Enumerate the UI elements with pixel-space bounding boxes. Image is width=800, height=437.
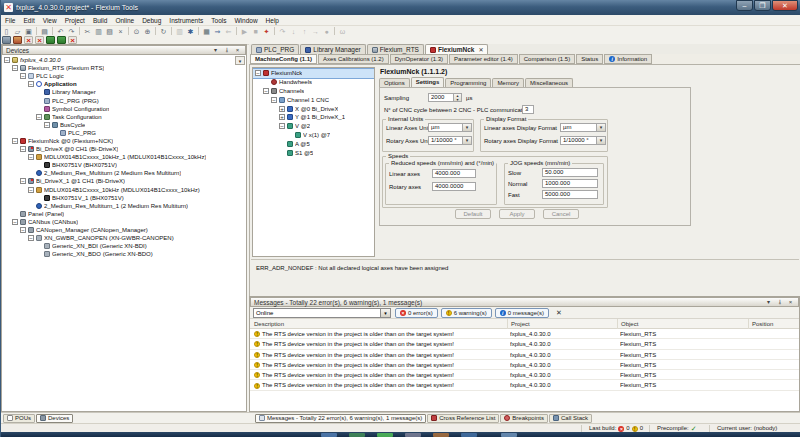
default-button[interactable]: Default <box>455 209 491 219</box>
jog-normal-input[interactable]: 1000.000 <box>542 179 598 188</box>
form-tab-settings[interactable]: Settings <box>411 77 445 87</box>
filter-warning-button[interactable]: !6 warning(s) <box>441 308 492 318</box>
catalog-icon[interactable]: ▦ <box>202 27 212 36</box>
collapse-icon[interactable]: − <box>20 73 26 79</box>
column-header-description[interactable]: Description <box>251 319 503 329</box>
message-row[interactable]: !The RTS device version in the project i… <box>250 350 799 360</box>
collapse-icon[interactable]: − <box>263 88 269 94</box>
maximize-button[interactable]: ❐ <box>754 0 771 11</box>
column-header-project[interactable]: Project <box>507 319 613 329</box>
menu-build[interactable]: Build <box>89 15 111 26</box>
device-task-configuration[interactable]: −Task Configuration <box>2 113 246 121</box>
collapse-icon[interactable]: − <box>255 70 261 76</box>
collapse-icon[interactable]: − <box>28 187 34 193</box>
panel-close-icon[interactable]: × <box>786 298 795 306</box>
logout-icon[interactable]: ⇐ <box>224 27 234 36</box>
mc-node-a-5[interactable]: A @5 <box>253 139 374 148</box>
step-out-icon[interactable]: ↑ <box>300 27 310 36</box>
doc-tab-flexiumnck[interactable]: FlexiumNck✕ <box>425 44 489 54</box>
msg-tab-breakpoints[interactable]: Breakpoints <box>500 414 548 423</box>
mc-node-handwheels[interactable]: Handwheels <box>253 78 374 87</box>
device-error-icon[interactable] <box>13 36 22 44</box>
collapse-icon[interactable]: − <box>28 81 34 87</box>
filter-error-button[interactable]: ×0 error(s) <box>395 308 438 318</box>
expand-icon[interactable]: + <box>279 114 285 120</box>
sampling-input[interactable]: 2000 <box>428 93 454 102</box>
column-header-object[interactable]: Object <box>617 319 744 329</box>
device-2-medium-res-multiturn-1-2-m[interactable]: 2_Medium_Res_Multiturn_1 (2 Medium Res M… <box>2 202 246 210</box>
nck-offline-icon[interactable] <box>68 36 77 44</box>
mc-node-y-1-bi-drivex-1[interactable]: +Y @1 Bi_DriveX_1 <box>253 113 374 122</box>
messages-source-select[interactable]: Online <box>253 308 391 318</box>
open-project-icon[interactable]: ▱ <box>13 27 23 36</box>
menu-help[interactable]: Help <box>262 15 283 26</box>
windows-taskbar[interactable] <box>1 432 800 437</box>
close-button[interactable]: ✕ <box>772 0 798 11</box>
collapse-icon[interactable]: − <box>36 114 42 120</box>
save-archive-icon[interactable] <box>2 36 11 44</box>
axis-x-offline-icon[interactable] <box>24 36 33 44</box>
refresh-project-icon[interactable]: ↻ <box>159 27 169 36</box>
device-canbus-canbus[interactable]: −CANbus (CANbus) <box>2 218 246 226</box>
panel-close-icon[interactable]: × <box>233 46 242 54</box>
panel-menu-chevron-icon[interactable]: ▾ <box>764 298 773 306</box>
module-online-2-icon[interactable] <box>57 36 66 44</box>
mc-node-channels[interactable]: −Channels <box>253 87 374 96</box>
collapse-icon[interactable]: − <box>28 235 34 241</box>
filter-message-button[interactable]: i0 message(s) <box>495 308 549 318</box>
device-2-medium-res-multiturn-2-med[interactable]: 2_Medium_Res_Multiturn (2 Medium Res Mul… <box>2 169 246 177</box>
tools-icon[interactable]: ✦ <box>262 27 272 36</box>
collapse-icon[interactable]: − <box>20 227 26 233</box>
linear-display-format-select[interactable]: µm <box>560 123 606 132</box>
expand-icon[interactable]: + <box>279 106 285 112</box>
device-generic-xn-bdo-generic-xn-bd[interactable]: Generic_XN_BDO (Generic XN-BDO) <box>2 250 246 258</box>
new-file-icon[interactable]: ▯ <box>2 27 12 36</box>
mc-node-v-x-1-7[interactable]: V x(1) @7 <box>253 131 374 140</box>
device-bhx0751v-1-bhx0751v[interactable]: BHX0751V_1 (BHX0751V) <box>2 194 246 202</box>
form-tab-options[interactable]: Options <box>379 78 410 87</box>
panel-menu-chevron-icon[interactable]: ▾ <box>211 46 220 54</box>
find-replace-icon[interactable]: ⊕ <box>143 27 153 36</box>
collapse-icon[interactable]: − <box>20 178 26 184</box>
cancel-button[interactable]: Cancel <box>543 209 579 219</box>
nav-tab-devices[interactable]: Devices <box>36 414 73 423</box>
msg-tab-cross-reference-list[interactable]: Cross Reference List <box>427 414 499 423</box>
menu-project[interactable]: Project <box>61 15 89 26</box>
step-into-icon[interactable]: ↓ <box>289 27 299 36</box>
device-library-manager[interactable]: Library Manager <box>2 88 246 96</box>
jog-fast-input[interactable]: 5000.000 <box>542 190 598 199</box>
view-tab-information[interactable]: iInformation <box>604 54 652 64</box>
close-tab-icon[interactable]: ✕ <box>478 46 483 53</box>
collapse-icon[interactable]: − <box>12 219 18 225</box>
message-row[interactable]: !The RTS device version in the project i… <box>250 329 799 339</box>
compare-icon[interactable]: ▥ <box>175 27 185 36</box>
device-bi-drivex-0-ch1-bi-drivex[interactable]: −Bi_DriveX @0 CH1 (Bi-DriveX) <box>2 145 246 153</box>
axis-y-offline-icon[interactable] <box>35 36 44 44</box>
collapse-icon[interactable]: − <box>271 97 277 103</box>
apply-button[interactable]: Apply <box>499 209 535 219</box>
device-plc-prg[interactable]: PLC_PRG <box>2 129 246 137</box>
view-tab-machineconfig-1-1[interactable]: MachineConfig (1.1) <box>250 54 317 64</box>
device-panel-panel[interactable]: Panel (Panel) <box>2 210 246 218</box>
device-buscycle[interactable]: −BusCycle <box>2 121 246 129</box>
mc-node-v-2[interactable]: −V @2 <box>253 122 374 131</box>
view-tab-comparison-1-5[interactable]: Comparison (1.5) <box>519 54 575 64</box>
msg-tab-messages-totally-22-error-s-[interactable]: Messages - Totally 22 error(s), 6 warnin… <box>255 414 426 423</box>
minimize-button[interactable]: – <box>736 0 753 11</box>
menu-view[interactable]: View <box>39 15 61 26</box>
message-row[interactable]: !The RTS device version in the project i… <box>250 339 799 349</box>
device-application[interactable]: −Application <box>2 80 246 88</box>
column-header-position[interactable]: Position <box>748 319 794 329</box>
collapse-icon[interactable]: − <box>44 122 50 128</box>
delete-icon[interactable]: × <box>116 27 126 36</box>
panel-pin-icon[interactable]: ⊸ <box>775 298 784 306</box>
linear-axes-unit-select[interactable]: µm <box>428 123 472 132</box>
menu-instruments[interactable]: Instruments <box>165 15 207 26</box>
device-flexium-rts-flexium-rts[interactable]: −Flexium_RTS (Flexium RTS) <box>2 64 246 72</box>
collapse-icon[interactable]: − <box>4 57 10 63</box>
login-icon[interactable]: ⇒ <box>213 27 223 36</box>
device-bhx0751v-bhx0751v[interactable]: BHX0751V (BHX0751V) <box>2 161 246 169</box>
tree-filter-button[interactable]: ▾ <box>235 56 245 65</box>
collapse-icon[interactable]: − <box>20 146 26 152</box>
doc-tab-plc-prg[interactable]: PLC_PRG <box>251 44 299 54</box>
